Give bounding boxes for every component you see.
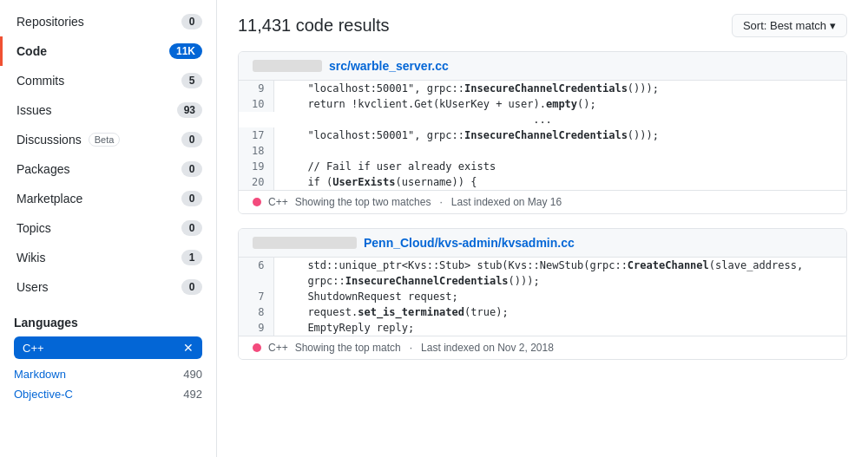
line-content [273,143,846,159]
language-dot [253,343,261,352]
repo-link[interactable]: src/warble_server.cc [329,59,449,73]
line-number: 8 [239,304,273,320]
result-card: Penn_Cloud/kvs-admin/kvsadmin.cc6 std::u… [238,228,847,360]
sidebar: Repositories0Code11KCommits5Issues93Disc… [0,0,217,457]
code-line: 19 // Fail if user already exists [239,159,846,174]
code-table: 6 std::unique_ptr<Kvs::Stub> stub(Kvs::N… [239,258,846,336]
sidebar-item-packages[interactable]: Packages0 [0,154,216,184]
language-item: Markdown490 [14,364,202,384]
line-number: 7 [239,289,273,304]
code-line: 8 request.set_is_terminated(true); [239,304,846,320]
line-content: if (UserExists(username)) { [273,174,846,190]
sort-label: Sort: Best match [743,19,826,32]
line-number: 9 [239,320,273,336]
sidebar-item-discussions[interactable]: DiscussionsBeta0 [0,125,216,154]
code-line: 18 [239,143,846,159]
sidebar-label-discussions: Discussions [16,133,82,147]
match-text: Showing the top match [295,342,401,354]
count-badge-repositories: 0 [181,14,202,29]
code-table: 9 "localhost:50001", grpc::InsecureChann… [239,81,846,190]
language-name[interactable]: Objective-C [14,388,73,401]
line-content: // Fail if user already exists [273,159,846,174]
language-count: 490 [183,368,202,381]
line-content: EmptyReply reply; [273,320,846,336]
code-line: 6 std::unique_ptr<Kvs::Stub> stub(Kvs::N… [239,258,846,273]
result-card: src/warble_server.cc9 "localhost:50001",… [238,51,847,214]
line-content: "localhost:50001", grpc::InsecureChannel… [273,127,846,143]
sidebar-item-repositories[interactable]: Repositories0 [0,7,216,36]
languages-title: Languages [14,316,202,330]
repo-avatar [253,60,322,72]
code-line: ... [239,112,846,127]
code-line: 7 ShutdownRequest request; [239,289,846,304]
result-card-header: Penn_Cloud/kvs-admin/kvsadmin.cc [239,229,846,258]
remove-cpp-icon[interactable]: ✕ [183,341,194,355]
line-content: ShutdownRequest request; [273,289,846,304]
sidebar-item-commits[interactable]: Commits5 [0,66,216,95]
sidebar-label-packages: Packages [16,162,69,176]
line-number: 10 [239,96,273,112]
sort-button[interactable]: Sort: Best match ▾ [732,14,847,37]
line-number: 19 [239,159,273,174]
sidebar-item-marketplace[interactable]: Marketplace0 [0,184,216,213]
result-language: C++ [268,342,288,354]
indexed-text: Last indexed on May 16 [451,196,562,208]
match-text: Showing the top two matches [295,196,431,208]
count-badge-wikis: 1 [181,250,202,265]
sidebar-item-wikis[interactable]: Wikis1 [0,243,216,272]
count-badge-code: 11K [169,43,202,59]
beta-badge: Beta [89,133,121,147]
count-badge-users: 0 [181,279,202,295]
sidebar-label-repositories: Repositories [16,15,84,29]
sidebar-item-issues[interactable]: Issues93 [0,95,216,125]
count-badge-discussions: 0 [181,132,202,147]
cpp-language-filter[interactable]: C++ ✕ [14,336,202,359]
count-badge-issues: 93 [177,102,202,118]
sidebar-label-code: Code [16,44,47,58]
code-line: 10 return !kvclient.Get(kUserKey + user)… [239,96,846,112]
code-line: 9 "localhost:50001", grpc::InsecureChann… [239,81,846,96]
languages-section: Languages C++ ✕ Markdown490Objective-C49… [0,316,216,404]
count-badge-packages: 0 [181,161,202,177]
results-header: 11,431 code results Sort: Best match ▾ [238,14,847,37]
language-item: Objective-C492 [14,384,202,404]
sidebar-item-code[interactable]: Code11K [0,36,216,66]
line-number: 6 [239,258,273,273]
line-number: 9 [239,81,273,96]
result-footer: C++Showing the top match·Last indexed on… [239,336,846,359]
line-content: return !kvclient.Get(kUserKey + user).em… [273,96,846,112]
line-number: 17 [239,127,273,143]
code-line: 20 if (UserExists(username)) { [239,174,846,190]
cpp-label: C++ [23,342,44,355]
sidebar-label-topics: Topics [16,221,51,235]
count-badge-marketplace: 0 [181,191,202,206]
line-number: 18 [239,143,273,159]
language-dot [253,198,261,206]
sidebar-label-wikis: Wikis [16,251,45,264]
line-number: 20 [239,174,273,190]
sidebar-label-users: Users [16,280,49,294]
language-name[interactable]: Markdown [14,368,66,381]
code-line: grpc::InsecureChannelCredentials())); [239,273,846,289]
sidebar-item-topics[interactable]: Topics0 [0,213,216,243]
sidebar-label-commits: Commits [16,74,64,88]
line-content: "localhost:50001", grpc::InsecureChannel… [273,81,846,96]
sidebar-label-marketplace: Marketplace [16,192,82,206]
count-badge-topics: 0 [181,220,202,236]
result-card-header: src/warble_server.cc [239,52,846,81]
ellipsis: ... [239,112,846,127]
repo-avatar [253,237,357,249]
code-line: 17 "localhost:50001", grpc::InsecureChan… [239,127,846,143]
line-number [239,273,273,289]
line-content: std::unique_ptr<Kvs::Stub> stub(Kvs::New… [273,258,846,273]
results-count: 11,431 code results [238,16,390,36]
main-content: 11,431 code results Sort: Best match ▾ s… [217,0,868,457]
chevron-down-icon: ▾ [830,19,836,32]
count-badge-commits: 5 [181,73,202,88]
repo-link[interactable]: Penn_Cloud/kvs-admin/kvsadmin.cc [364,236,575,250]
result-footer: C++Showing the top two matches·Last inde… [239,190,846,213]
line-content: request.set_is_terminated(true); [273,304,846,320]
code-line: 9 EmptyReply reply; [239,320,846,336]
sidebar-item-users[interactable]: Users0 [0,272,216,302]
result-language: C++ [268,196,288,208]
